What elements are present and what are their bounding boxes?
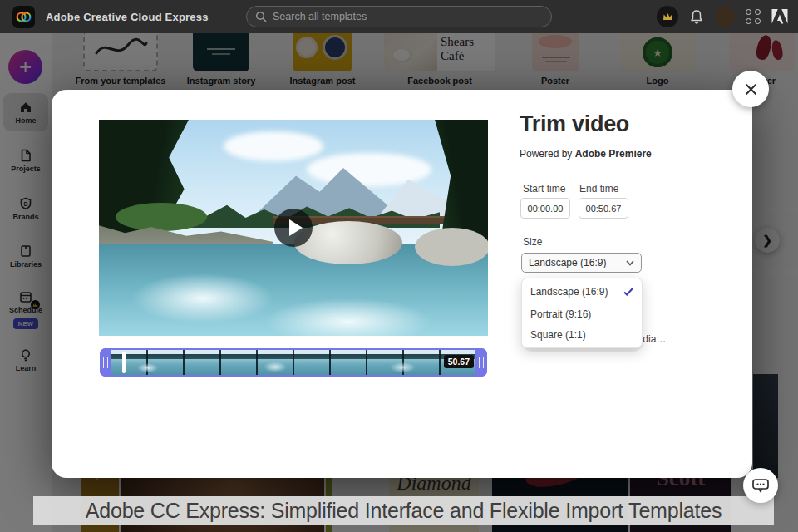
app-header: Adobe Creative Cloud Express Search all … [0, 0, 798, 33]
foam-shape [132, 273, 273, 323]
size-option-landscape[interactable]: Landscape (16:9) [522, 281, 642, 303]
end-time-input[interactable]: 00:50.67 [579, 198, 628, 219]
cloud-shape [224, 131, 323, 161]
search-input[interactable]: Search all templates [246, 6, 552, 27]
trim-start-handle[interactable] [100, 348, 111, 377]
close-icon [744, 82, 758, 96]
app-grid-button[interactable] [746, 9, 761, 24]
trim-panel: Trim video Powered by Adobe Premiere Sta… [520, 90, 744, 478]
premium-crown-button[interactable] [657, 6, 678, 27]
play-icon [289, 219, 303, 236]
size-label: Size [523, 236, 542, 248]
rock-shape [415, 228, 488, 266]
video-player[interactable] [99, 120, 488, 336]
option-label: Portrait (9:16) [530, 308, 591, 320]
modal-close-button[interactable] [732, 71, 769, 107]
grip-icon [479, 357, 484, 368]
start-time-label: Start time [523, 183, 565, 195]
trim-timeline[interactable]: 50.67 [100, 348, 487, 377]
chat-bubble-icon [751, 477, 770, 494]
app-title: Adobe Creative Cloud Express [46, 11, 209, 23]
trim-video-modal: 50.67 Trim video Powered by Adobe Premie… [52, 90, 752, 478]
option-label: Landscape (16:9) [530, 286, 608, 298]
powered-by-text: Powered by Adobe Premiere [520, 148, 652, 160]
option-label: Square (1:1) [530, 329, 586, 341]
size-select-value: Landscape (16:9) [529, 257, 606, 268]
user-avatar[interactable] [715, 7, 735, 27]
notifications-bell-button[interactable] [689, 9, 704, 25]
filmstrip[interactable] [111, 350, 475, 375]
chevron-down-icon [626, 260, 634, 266]
crown-icon [663, 12, 673, 21]
playhead[interactable] [122, 352, 126, 373]
trim-end-handle[interactable] [475, 348, 487, 377]
size-select[interactable]: Landscape (16:9) [521, 253, 642, 273]
modal-title: Trim video [520, 111, 629, 137]
screenshot-caption: Adobe CC Express: Simplified Interface a… [33, 496, 774, 525]
check-icon [623, 288, 633, 296]
chat-help-button[interactable] [743, 468, 778, 503]
search-icon [255, 11, 267, 22]
bush-shape [116, 203, 207, 231]
size-option-portrait[interactable]: Portrait (9:16) [522, 303, 642, 324]
start-time-input[interactable]: 00:00.00 [520, 198, 570, 219]
size-option-square[interactable]: Square (1:1) [522, 324, 642, 345]
adobe-logo-icon [771, 9, 788, 24]
search-placeholder: Search all templates [273, 11, 367, 22]
cloud-shape [307, 153, 431, 186]
end-time-label: End time [579, 183, 618, 195]
cc-logo-icon [12, 6, 35, 28]
grip-icon [103, 357, 108, 368]
play-button[interactable] [274, 209, 313, 247]
powered-by-brand: Adobe Premiere [575, 148, 652, 160]
duration-badge: 50.67 [444, 355, 474, 368]
size-dropdown-menu: Landscape (16:9) Portrait (9:16) Square … [521, 278, 643, 348]
